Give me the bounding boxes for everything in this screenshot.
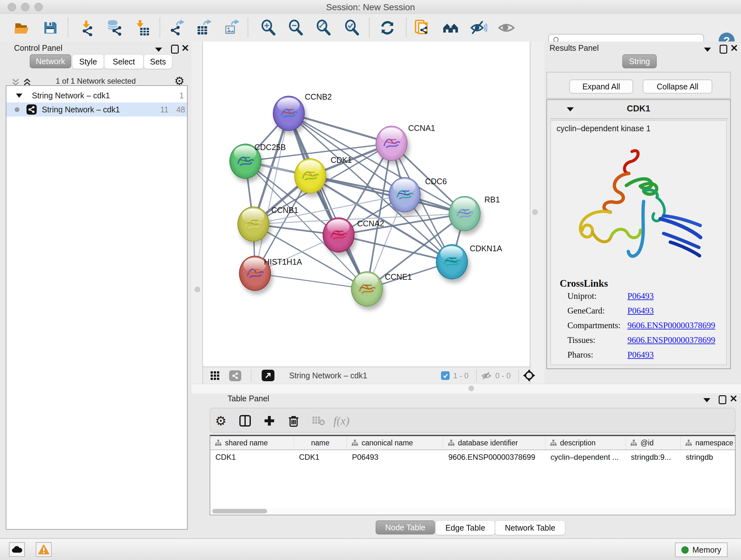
window-title: Session: New Session [0, 2, 741, 12]
refresh-icon[interactable] [379, 19, 396, 37]
control-panel-close-icon[interactable]: ✕ [181, 44, 189, 53]
network-node-CDK1[interactable] [294, 159, 326, 193]
table-horizontal-scrollbar[interactable] [211, 508, 734, 514]
network-node-CCNB2[interactable] [273, 96, 305, 131]
results-panel-float-icon[interactable] [720, 45, 727, 55]
crosslink-link[interactable]: P06493 [627, 350, 654, 360]
column-header[interactable]: @id [626, 436, 681, 449]
horizontal-splitter-handle[interactable] [468, 386, 474, 391]
create-column-plus-icon[interactable] [262, 414, 277, 428]
network-selection-status: 1 of 1 Network selected [35, 77, 156, 85]
fit-selected-crosshair-icon[interactable] [523, 369, 536, 383]
expand-all-button[interactable]: Expand All [569, 79, 633, 94]
hidden-eye-slash-icon[interactable] [481, 371, 491, 382]
cloud-icon [11, 546, 22, 553]
selected-nodes-checkbox-icon[interactable] [441, 371, 450, 380]
clone-network-icon[interactable] [414, 19, 431, 37]
save-session-icon[interactable] [42, 19, 59, 37]
zoom-fit-icon[interactable] [315, 19, 332, 37]
grid-view-icon[interactable] [211, 371, 219, 381]
delete-column-trash-icon[interactable] [286, 414, 301, 428]
show-columns-icon[interactable] [238, 414, 253, 428]
crosslink-label: GeneCard: [567, 306, 605, 316]
column-header[interactable]: database identifier [443, 436, 545, 449]
network-canvas[interactable]: CCNB2CCNA1CDC25BCDK1CDC6RB1CCNB1CCNA2CDK… [202, 42, 530, 367]
network-node-CDC6[interactable] [389, 177, 421, 212]
network-collection-row[interactable]: String Network – cdk1 1 [6, 88, 187, 103]
table-options-gear-icon[interactable]: ⚙ [213, 414, 228, 428]
memory-label: Memory [692, 545, 721, 555]
open-in-new-window-icon[interactable] [262, 370, 274, 381]
network-node-CCNA2[interactable] [323, 217, 354, 253]
import-network-database-icon[interactable] [105, 19, 122, 37]
network-type-icon [26, 105, 37, 115]
horizontal-splitter[interactable] [192, 384, 741, 394]
warning-icon [38, 544, 50, 555]
hide-graphics-eye-slash-icon[interactable] [470, 19, 487, 37]
export-network-icon[interactable] [167, 19, 185, 37]
crosslink-link[interactable]: 9606.ENSP00000378699 [627, 320, 715, 330]
network-node-label: CDK1 [331, 155, 352, 165]
control-panel-float-icon[interactable] [171, 45, 179, 55]
toolbar-separator [159, 18, 160, 37]
collapse-all-button[interactable]: Collapse All [643, 79, 712, 94]
left-splitter[interactable] [192, 42, 202, 384]
zoom-in-icon[interactable] [260, 19, 277, 37]
network-node-CCNA1[interactable] [376, 126, 408, 161]
tab-style[interactable]: Style [72, 54, 104, 69]
tab-node-table[interactable]: Node Table [376, 520, 435, 535]
right-splitter-handle[interactable] [532, 209, 538, 215]
export-image-icon[interactable] [223, 19, 240, 37]
table-panel-float-icon[interactable] [719, 395, 726, 406]
cloud-status-button[interactable] [9, 542, 25, 557]
open-session-icon[interactable] [13, 19, 30, 37]
node-table[interactable]: shared name name canonical name database… [210, 435, 736, 515]
column-header[interactable]: shared name [210, 436, 294, 449]
network-node-RB1[interactable] [449, 196, 481, 231]
control-panel-menu-icon[interactable] [155, 47, 162, 53]
table-panel-close-icon[interactable]: ✕ [730, 394, 738, 403]
network-node-label: CDKN1A [470, 244, 502, 253]
left-splitter-handle[interactable] [195, 287, 200, 292]
tab-sets[interactable]: Sets [144, 54, 172, 69]
network-row[interactable]: String Network – cdk1 11 48 [6, 103, 187, 117]
zoom-selected-icon[interactable] [343, 19, 360, 37]
crosslink-link[interactable]: 9606.ENSP00000378699 [627, 335, 715, 345]
tab-string[interactable]: String [622, 54, 657, 68]
export-table-icon[interactable] [195, 19, 212, 37]
crosslink-link[interactable]: P06493 [627, 306, 654, 316]
memory-button[interactable]: Memory [675, 543, 728, 557]
tab-network-table[interactable]: Network Table [495, 520, 565, 535]
column-header[interactable]: canonical name [347, 436, 443, 449]
table-panel-menu-icon[interactable] [703, 398, 711, 403]
network-node-CCNE1[interactable] [351, 271, 383, 307]
collection-expand-icon[interactable] [16, 94, 22, 98]
column-header[interactable]: description [545, 436, 626, 449]
network-name: String Network – cdk1 [42, 105, 120, 114]
table-header-row: shared name name canonical name database… [210, 436, 735, 450]
tab-network[interactable]: Network [30, 54, 71, 68]
title-bar: Session: New Session [0, 0, 741, 14]
tab-select[interactable]: Select [104, 54, 144, 69]
table-row[interactable]: CDK1 CDK1 P06493 9606.ENSP00000378699 cy… [210, 450, 735, 464]
results-panel-close-icon[interactable]: ✕ [730, 44, 738, 53]
crosslink-link[interactable]: P06493 [627, 291, 654, 301]
warning-status-button[interactable] [36, 542, 52, 557]
network-badge-icon[interactable] [229, 370, 241, 381]
results-panel-menu-icon[interactable] [704, 47, 711, 53]
import-table-file-icon[interactable] [134, 19, 151, 37]
crosslink-label: Uniprot: [567, 291, 597, 301]
tab-edge-table[interactable]: Edge Table [435, 520, 495, 535]
show-graphics-eye-icon[interactable] [498, 19, 515, 37]
function-builder-icon: f(x) [334, 414, 349, 428]
delete-table-icon[interactable] [311, 414, 326, 428]
import-network-file-icon[interactable] [78, 19, 95, 37]
string-home-icon[interactable] [442, 19, 459, 37]
network-node-CDKN1A[interactable] [436, 244, 468, 279]
scrollbar-thumb[interactable] [212, 509, 267, 513]
network-edges [203, 42, 530, 367]
zoom-out-icon[interactable] [287, 19, 305, 37]
column-header[interactable]: name [294, 436, 347, 449]
network-node-CCNB1[interactable] [238, 206, 269, 242]
column-header[interactable]: namespace [681, 436, 735, 449]
